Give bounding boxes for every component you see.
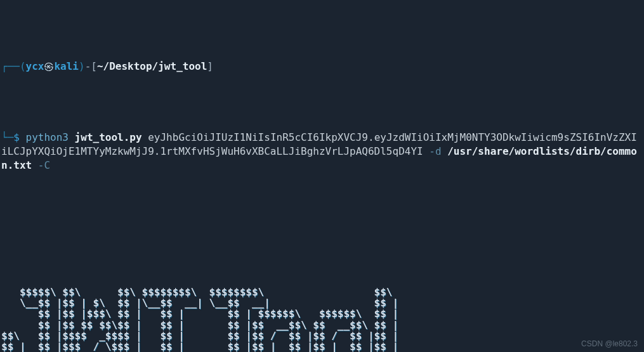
terminal[interactable]: ┌──(ycx㉿kali)-[~/Desktop/jwt_tool] └─$ p… — [0, 0, 644, 352]
prompt-sigil: $ — [13, 131, 20, 143]
jwt-tool-logo: $$$$$\ $$\ $$\ $$$$$$$$\ $$$$$$$$\ $$\ \… — [1, 287, 643, 352]
paren-open: ( — [20, 60, 26, 72]
skull-icon: ㉿ — [44, 60, 54, 72]
prompt-dash: - — [85, 60, 91, 72]
blank-line — [1, 216, 643, 230]
watermark: CSDN @le802.3 — [581, 339, 638, 349]
prompt-host: kali — [54, 60, 79, 72]
command-line: └─$ python3 jwt_tool.py eyJhbGciOiJIUzI1… — [1, 131, 643, 173]
corner-bot: └─ — [1, 131, 13, 143]
brack-close: ] — [207, 60, 213, 72]
prompt-path: ~/Desktop/jwt_tool — [97, 60, 207, 72]
prompt-top-1: ┌──(ycx㉿kali)-[~/Desktop/jwt_tool] — [1, 60, 643, 74]
prompt-user: ycx — [26, 60, 44, 72]
flag-c: -C — [32, 159, 50, 171]
paren-close: ) — [79, 60, 85, 72]
interpreter: python3 — [26, 131, 75, 143]
script-name: jwt_tool.py — [75, 131, 142, 143]
corner-top: ┌── — [1, 60, 20, 72]
brack-open: [ — [91, 60, 97, 72]
flag-d: -d — [423, 145, 448, 157]
